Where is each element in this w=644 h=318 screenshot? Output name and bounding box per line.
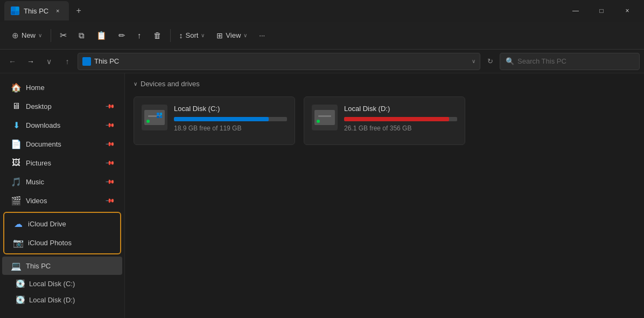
home-label: Home [26,84,114,92]
home-icon: 🏠 [11,82,22,93]
desktop-label: Desktop [26,102,102,110]
sidebar-item-home[interactable]: 🏠 Home [2,78,122,96]
pin-icon: 📌 [104,101,115,111]
window-controls: — □ × [563,2,640,19]
view-caret-icon: ∨ [243,32,247,38]
paste-icon: 📋 [96,31,107,40]
sort-button[interactable]: ↕ Sort ∨ [174,26,211,45]
pin-icon-downloads: 📌 [104,120,115,130]
cut-button[interactable]: ✂ [54,26,72,45]
new-plus-icon: ⊕ [12,31,19,40]
sidebar-item-pictures[interactable]: 🖼 Pictures 📌 [2,154,122,172]
view-icon: ⊞ [216,31,223,40]
sidebar-item-icloud-photos[interactable]: 📷 iCloud Photos [4,233,120,252]
icloud-group: ☁ iCloud Drive 📷 iCloud Photos [3,212,121,254]
delete-icon: 🗑 [153,31,162,40]
local-c-label: Local Disk (C:) [29,280,75,288]
share-button[interactable]: ↑ [132,26,147,45]
drive-card-d[interactable]: Local Disk (D:) 26.1 GB free of 356 GB [304,96,465,145]
drive-progress-fill-d [344,117,449,121]
tab-close-button[interactable]: × [53,6,62,16]
active-tab[interactable]: This PC × [4,1,69,20]
view-label: View [226,31,241,39]
tab-windows-icon [11,6,19,15]
sidebar-item-music[interactable]: 🎵 Music 📌 [2,172,122,191]
copy-icon: ⧉ [79,31,85,40]
sort-icon: ↕ [179,31,183,40]
downloads-icon: ⬇ [11,120,22,130]
new-caret-icon: ∨ [38,32,42,38]
maximize-button[interactable]: □ [589,2,614,19]
tab-strip: This PC × + [4,1,563,20]
toolbar: ⊕ New ∨ ✂ ⧉ 📋 ✏ ↑ 🗑 ↕ Sort ∨ ⊞ View ∨ ··… [0,22,644,50]
refresh-button[interactable]: ↻ [482,54,498,69]
documents-label: Documents [26,140,102,148]
toolbar-separator-1 [51,29,51,42]
minimize-button[interactable]: — [563,2,588,19]
pictures-label: Pictures [26,159,102,167]
new-button[interactable]: ⊕ New ∨ [6,26,47,45]
pictures-icon: 🖼 [11,157,22,168]
videos-label: Videos [26,197,102,205]
drive-name-d: Local Disk (D:) [344,105,457,113]
drive-progress-fill-c [174,117,269,121]
section-chevron-icon[interactable]: ∨ [134,81,137,87]
sidebar-item-local-d[interactable]: 💽 Local Disk (D:) [0,292,124,308]
paste-button[interactable]: 📋 [91,26,112,45]
sidebar-item-documents[interactable]: 📄 Documents 📌 [2,135,122,153]
sidebar-item-this-pc[interactable]: 💻 This PC [2,257,122,275]
drive-card-c[interactable]: Local Disk (C:) 18.9 GB free of 119 GB [134,96,295,145]
view-button[interactable]: ⊞ View ∨ [211,26,253,45]
downloads-label: Downloads [26,121,102,129]
search-placeholder: Search This PC [517,57,566,65]
drive-icon-d [312,105,338,130]
sidebar-item-videos[interactable]: 🎬 Videos 📌 [2,191,122,210]
rename-button[interactable]: ✏ [113,26,131,45]
sidebar-item-icloud-drive[interactable]: ☁ iCloud Drive [4,215,120,233]
share-icon: ↑ [137,31,142,40]
music-label: Music [26,178,102,186]
cut-icon: ✂ [60,30,67,40]
forward-button[interactable]: → [23,53,39,70]
back-button[interactable]: ← [4,53,20,70]
sort-caret-icon: ∨ [201,32,205,38]
drive-name-c: Local Disk (C:) [174,105,287,113]
this-pc-label: This PC [26,262,114,270]
search-box[interactable]: 🔍 Search This PC [500,53,640,70]
nav-bar: ← → ∨ ↑ This PC ∨ ↻ 🔍 Search This PC [0,50,644,73]
search-icon: 🔍 [506,57,514,65]
address-path: This PC [94,57,468,65]
sidebar-item-local-c[interactable]: 💽 Local Disk (C:) [0,275,124,292]
rename-icon: ✏ [118,31,125,40]
address-windows-icon [82,57,91,66]
pin-icon-videos: 📌 [104,195,115,205]
address-dropdown-icon[interactable]: ∨ [472,58,475,64]
drive-progress-bar-c [174,117,287,121]
up-button[interactable]: ↑ [59,53,75,70]
desktop-icon: 🖥 [11,101,22,112]
local-c-icon: 💽 [15,279,25,288]
sidebar-item-desktop[interactable]: 🖥 Desktop 📌 [2,97,122,115]
drive-info-d: Local Disk (D:) 26.1 GB free of 356 GB [344,105,457,132]
title-bar: This PC × + — □ × [0,0,644,22]
dropdown-recent-button[interactable]: ∨ [41,53,57,70]
copy-button[interactable]: ⧉ [73,26,90,45]
documents-icon: 📄 [11,139,22,149]
close-window-button[interactable]: × [615,2,640,19]
tab-label: This PC [24,7,48,15]
address-bar[interactable]: This PC ∨ [78,53,480,70]
more-button[interactable]: ··· [254,26,270,45]
more-icon: ··· [259,31,265,39]
this-pc-icon: 💻 [11,260,22,271]
local-d-label: Local Disk (D:) [29,296,75,304]
new-tab-button[interactable]: + [71,3,86,18]
pin-icon-music: 📌 [104,176,115,186]
drive-stats-c: 18.9 GB free of 119 GB [174,125,287,132]
sidebar-item-downloads[interactable]: ⬇ Downloads 📌 [2,116,122,134]
content-area: ∨ Devices and drives [125,73,644,318]
icloud-photos-icon: 📷 [13,237,24,248]
icloud-photos-label: iCloud Photos [28,239,111,247]
drive-progress-bar-d [344,117,457,121]
delete-button[interactable]: 🗑 [148,26,167,45]
local-d-icon: 💽 [15,295,25,305]
